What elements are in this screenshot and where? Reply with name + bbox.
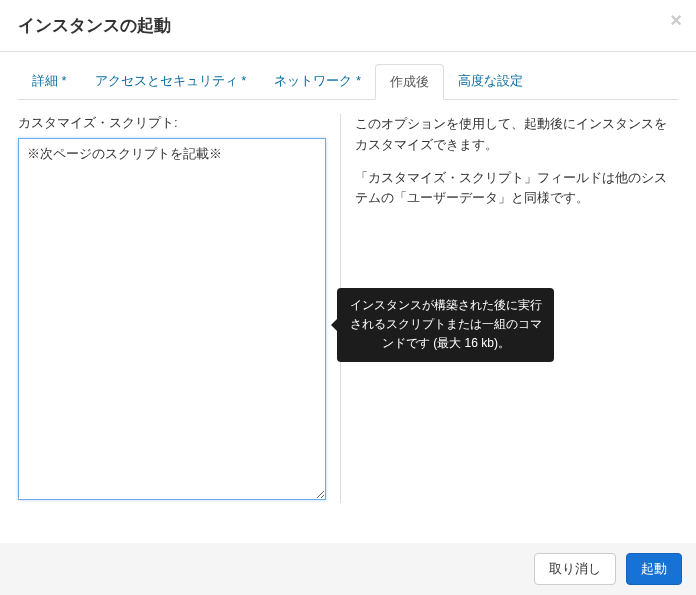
tab-bar: 詳細 * アクセスとセキュリティ * ネットワーク * 作成後 高度な設定 <box>18 64 678 100</box>
help-text-2: 「カスタマイズ・スクリプト」フィールドは他のシステムの「ユーザーデータ」と同様で… <box>355 168 678 210</box>
customization-script-input[interactable] <box>18 138 326 500</box>
tab-network[interactable]: ネットワーク * <box>260 64 375 99</box>
help-text-1: このオプションを使用して、起動後にインスタンスをカスタマイズできます。 <box>355 114 678 156</box>
modal-body: 詳細 * アクセスとセキュリティ * ネットワーク * 作成後 高度な設定 カス… <box>0 52 696 521</box>
tab-advanced[interactable]: 高度な設定 <box>444 64 537 99</box>
tab-details[interactable]: 詳細 * <box>18 64 81 99</box>
modal-header: インスタンスの起動 × <box>0 0 696 52</box>
close-icon[interactable]: × <box>670 10 682 30</box>
modal-title: インスタンスの起動 <box>18 14 678 37</box>
script-label: カスタマイズ・スクリプト: <box>18 114 326 132</box>
tab-post-creation[interactable]: 作成後 <box>375 64 444 100</box>
right-column: このオプションを使用して、起動後にインスタンスをカスタマイズできます。 「カスタ… <box>341 114 678 503</box>
content-row: カスタマイズ・スクリプト: このオプションを使用して、起動後にインスタンスをカス… <box>18 114 678 503</box>
left-column: カスタマイズ・スクリプト: <box>18 114 341 503</box>
launch-button[interactable]: 起動 <box>626 553 682 585</box>
tooltip-text: インスタンスが構築された後に実行されるスクリプトまたは一組のコマンドです (最大… <box>350 298 542 350</box>
tooltip: インスタンスが構築された後に実行されるスクリプトまたは一組のコマンドです (最大… <box>337 288 554 362</box>
tab-access[interactable]: アクセスとセキュリティ * <box>81 64 261 99</box>
modal-footer: 取り消し 起動 <box>0 543 696 595</box>
cancel-button[interactable]: 取り消し <box>534 553 616 585</box>
